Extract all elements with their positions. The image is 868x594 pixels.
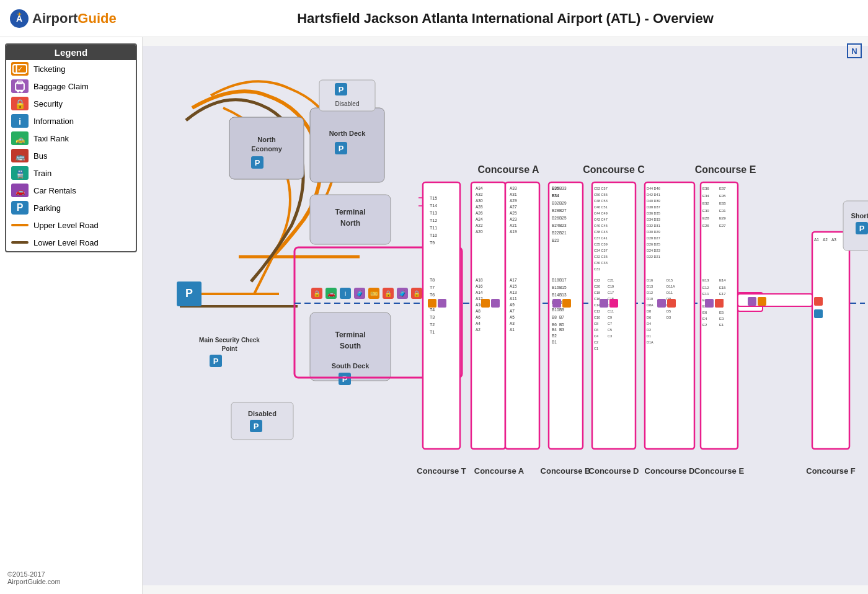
svg-text:A27: A27 bbox=[510, 205, 517, 209]
svg-text:B14: B14 bbox=[552, 293, 559, 297]
svg-text:🚗: 🚗 bbox=[327, 290, 335, 298]
svg-text:North: North bbox=[340, 219, 360, 228]
map-area: N North Economy P North Deck bbox=[143, 37, 868, 594]
svg-text:C52 C57: C52 C57 bbox=[594, 187, 608, 190]
svg-text:E28: E28 bbox=[702, 216, 709, 220]
svg-text:🔒: 🔒 bbox=[14, 98, 26, 110]
svg-rect-168 bbox=[562, 299, 571, 308]
svg-text:Concourse A: Concourse A bbox=[474, 466, 525, 476]
svg-rect-290 bbox=[814, 297, 823, 306]
svg-text:A30: A30 bbox=[476, 198, 483, 203]
svg-text:Terminal: Terminal bbox=[335, 208, 365, 216]
security-label: Security bbox=[33, 99, 63, 109]
svg-text:A7: A7 bbox=[510, 309, 515, 313]
svg-text:D6: D6 bbox=[647, 316, 651, 319]
svg-text:D2: D2 bbox=[647, 328, 651, 332]
svg-rect-291 bbox=[814, 309, 823, 318]
svg-text:C2: C2 bbox=[594, 340, 598, 344]
svg-text:E2: E2 bbox=[702, 323, 707, 327]
bus-label: Bus bbox=[33, 151, 47, 161]
svg-text:A19: A19 bbox=[510, 229, 517, 234]
svg-text:C20: C20 bbox=[594, 285, 600, 288]
svg-text:E4: E4 bbox=[702, 317, 707, 321]
svg-text:Concourse D: Concourse D bbox=[589, 466, 639, 476]
svg-text:C50 C55: C50 C55 bbox=[594, 193, 608, 197]
svg-text:A29: A29 bbox=[510, 198, 517, 203]
svg-text:T15: T15 bbox=[430, 196, 437, 200]
svg-text:A4: A4 bbox=[476, 321, 480, 326]
svg-text:T8: T8 bbox=[430, 278, 435, 282]
svg-text:D42 D41: D42 D41 bbox=[647, 193, 660, 197]
svg-text:A14: A14 bbox=[476, 290, 483, 295]
legend-item-parking: P Parking bbox=[6, 199, 136, 216]
svg-text:D1A: D1A bbox=[647, 340, 653, 344]
svg-text:C11: C11 bbox=[608, 309, 614, 313]
svg-text:🔒: 🔒 bbox=[384, 290, 392, 298]
svg-text:B25: B25 bbox=[559, 216, 567, 220]
svg-text:D16: D16 bbox=[647, 278, 653, 282]
svg-text:E12: E12 bbox=[702, 286, 709, 290]
svg-text:T13: T13 bbox=[430, 211, 437, 215]
svg-text:E29: E29 bbox=[719, 216, 726, 220]
svg-text:✈: ✈ bbox=[17, 12, 22, 17]
svg-text:D11: D11 bbox=[666, 291, 673, 295]
legend-title: Legend bbox=[6, 45, 136, 60]
svg-rect-279 bbox=[715, 299, 724, 308]
svg-text:C21: C21 bbox=[608, 278, 614, 282]
svg-text:T2: T2 bbox=[430, 322, 435, 327]
svg-text:B32: B32 bbox=[552, 201, 559, 205]
svg-text:B20: B20 bbox=[552, 238, 559, 242]
svg-text:T6: T6 bbox=[430, 293, 435, 297]
svg-text:A5: A5 bbox=[510, 315, 515, 319]
legend-box: Legend ✓ Ticketing Baggage Claim bbox=[5, 43, 137, 252]
legend-item-car: 🚗 Car Rentals bbox=[6, 182, 136, 199]
svg-text:B9: B9 bbox=[559, 308, 564, 312]
svg-text:Terminal: Terminal bbox=[335, 330, 365, 339]
svg-text:E35: E35 bbox=[719, 194, 726, 198]
svg-text:A18: A18 bbox=[476, 278, 483, 282]
svg-text:E37: E37 bbox=[719, 187, 726, 190]
svg-text:A25: A25 bbox=[510, 211, 517, 215]
svg-text:C12: C12 bbox=[594, 309, 600, 313]
svg-rect-208 bbox=[600, 299, 608, 308]
svg-rect-280 bbox=[812, 232, 849, 449]
car-label: Car Rentals bbox=[33, 186, 76, 195]
svg-text:Concourse F: Concourse F bbox=[806, 466, 856, 476]
svg-text:Concourse D: Concourse D bbox=[645, 466, 695, 476]
svg-text:D32 D31: D32 D31 bbox=[647, 224, 660, 228]
svg-text:E30: E30 bbox=[702, 209, 709, 213]
svg-text:B8: B8 bbox=[552, 315, 557, 319]
svg-text:Concourse C: Concourse C bbox=[583, 164, 645, 175]
svg-text:D8: D8 bbox=[647, 309, 651, 313]
svg-text:South Deck: South Deck bbox=[332, 362, 370, 370]
svg-text:B26: B26 bbox=[552, 216, 559, 220]
svg-text:D10: D10 bbox=[647, 297, 653, 301]
svg-text:Concourse A: Concourse A bbox=[478, 164, 539, 175]
svg-text:E26: E26 bbox=[702, 224, 709, 228]
svg-text:A26: A26 bbox=[476, 211, 483, 215]
upper-road-label: Upper Level Road bbox=[33, 221, 99, 230]
svg-text:D4: D4 bbox=[647, 322, 651, 326]
svg-text:T14: T14 bbox=[430, 203, 437, 208]
svg-rect-45 bbox=[231, 402, 293, 440]
svg-text:C18: C18 bbox=[594, 291, 600, 295]
svg-text:Concourse B: Concourse B bbox=[541, 466, 591, 476]
svg-text:A32: A32 bbox=[476, 192, 483, 197]
svg-text:Disabled: Disabled bbox=[335, 100, 360, 107]
svg-text:South: South bbox=[340, 342, 361, 350]
svg-text:D26 D25: D26 D25 bbox=[647, 242, 660, 246]
svg-text:A28: A28 bbox=[476, 205, 483, 209]
svg-text:A33: A33 bbox=[510, 186, 517, 190]
svg-text:D40 D39: D40 D39 bbox=[647, 199, 660, 203]
svg-point-8 bbox=[17, 90, 19, 92]
svg-text:C44 C49: C44 C49 bbox=[594, 211, 608, 215]
logo-icon: A ✈ bbox=[10, 9, 29, 28]
svg-text:D11A: D11A bbox=[666, 285, 675, 288]
svg-text:A13: A13 bbox=[510, 290, 517, 295]
information-label: Information bbox=[33, 117, 74, 126]
legend-item-taxi: 🚕 Taxi Rank bbox=[6, 130, 136, 147]
svg-text:E27: E27 bbox=[719, 224, 726, 228]
svg-text:E33: E33 bbox=[719, 202, 726, 205]
legend-item-baggage: Baggage Claim bbox=[6, 78, 136, 95]
svg-text:C14: C14 bbox=[594, 303, 600, 307]
